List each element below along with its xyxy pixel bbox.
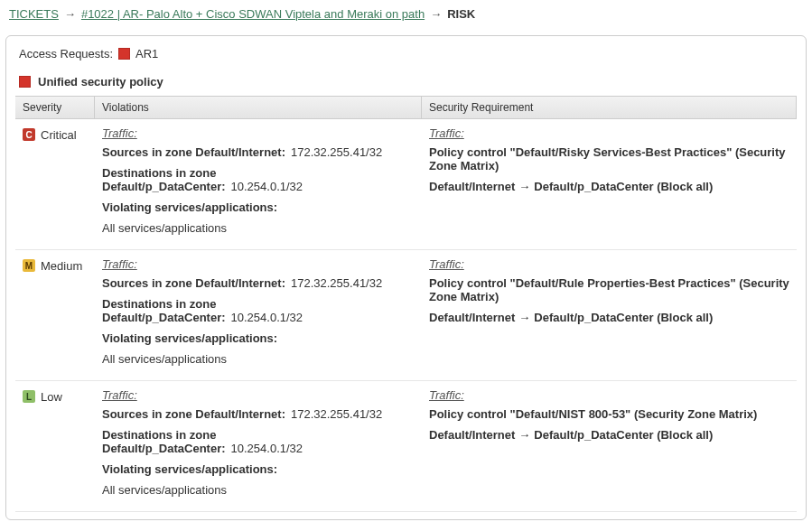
violation-services-label: Violating services/applications:	[102, 462, 415, 476]
col-requirement[interactable]: Security Requirement	[422, 97, 797, 118]
policy-control: Policy control "Default/Risky Services-B…	[429, 145, 789, 172]
violation-source: Sources in zone Default/Internet:172.32.…	[102, 407, 415, 421]
ar1-icon	[118, 48, 130, 60]
ar1-label: AR1	[135, 47, 158, 61]
traffic-label: Traffic:	[102, 388, 415, 402]
requirement-cell: Traffic:Policy control "Default/Rule Pro…	[422, 257, 797, 373]
traffic-label: Traffic:	[429, 388, 789, 402]
violations-cell: Traffic:Sources in zone Default/Internet…	[95, 388, 422, 504]
usp-title: Unified security policy	[38, 75, 163, 89]
traffic-label: Traffic:	[429, 126, 789, 140]
table-row: CCriticalTraffic:Sources in zone Default…	[15, 119, 797, 250]
severity-cell: CCritical	[15, 126, 95, 242]
violation-source: Sources in zone Default/Internet:172.32.…	[102, 145, 415, 159]
breadcrumb-ticket-link[interactable]: #1022 | AR- Palo Alto + Cisco SDWAN Vipt…	[81, 7, 425, 21]
arrow-right-icon: →	[518, 311, 530, 324]
chevron-right-icon: →	[430, 7, 442, 21]
severity-cell: MMedium	[15, 257, 95, 373]
violations-cell: Traffic:Sources in zone Default/Internet…	[95, 126, 422, 242]
access-requests-label: Access Requests:	[19, 47, 113, 61]
violations-cell: Traffic:Sources in zone Default/Internet…	[95, 257, 422, 373]
zone-path: Default/Internet→Default/p_DataCenter (B…	[429, 428, 789, 442]
table-row: MMediumTraffic:Sources in zone Default/I…	[15, 250, 797, 381]
severity-label: Medium	[41, 259, 82, 273]
requirement-cell: Traffic:Policy control "Default/NIST 800…	[422, 388, 797, 504]
violation-services-value: All services/applications	[102, 483, 415, 497]
risk-panel: Access Requests: AR1 Unified security po…	[5, 35, 807, 520]
breadcrumb: TICKETS → #1022 | AR- Palo Alto + Cisco …	[0, 0, 812, 28]
violation-services-label: Violating services/applications:	[102, 331, 415, 345]
traffic-label: Traffic:	[429, 257, 789, 271]
policy-control: Policy control "Default/Rule Properties-…	[429, 276, 789, 303]
violation-destination: Destinations in zone Default/p_DataCente…	[102, 297, 415, 324]
table-body: CCriticalTraffic:Sources in zone Default…	[15, 119, 797, 512]
table-header: Severity Violations Security Requirement	[15, 97, 797, 119]
severity-badge-icon: C	[23, 128, 35, 141]
violation-services-label: Violating services/applications:	[102, 200, 415, 214]
requirement-cell: Traffic:Policy control "Default/Risky Se…	[422, 126, 797, 242]
violation-services-value: All services/applications	[102, 352, 415, 366]
violation-source: Sources in zone Default/Internet:172.32.…	[102, 276, 415, 290]
breadcrumb-current: RISK	[447, 7, 475, 21]
zone-path: Default/Internet→Default/p_DataCenter (B…	[429, 180, 789, 193]
risk-table: Severity Violations Security Requirement…	[15, 96, 797, 512]
violation-destination: Destinations in zone Default/p_DataCente…	[102, 166, 415, 193]
access-requests-bar: Access Requests: AR1	[6, 43, 806, 70]
col-violations[interactable]: Violations	[95, 97, 422, 118]
severity-badge-icon: M	[23, 259, 35, 272]
violation-destination: Destinations in zone Default/p_DataCente…	[102, 428, 415, 455]
policy-icon	[19, 76, 31, 88]
violation-services-value: All services/applications	[102, 221, 415, 235]
severity-label: Critical	[41, 128, 77, 142]
table-row: LLowTraffic:Sources in zone Default/Inte…	[15, 381, 797, 512]
policy-control: Policy control "Default/NIST 800-53" (Se…	[429, 407, 789, 421]
breadcrumb-tickets-link[interactable]: TICKETS	[9, 7, 59, 21]
traffic-label: Traffic:	[102, 257, 415, 271]
arrow-right-icon: →	[518, 180, 530, 193]
col-severity[interactable]: Severity	[15, 97, 95, 118]
zone-path: Default/Internet→Default/p_DataCenter (B…	[429, 311, 789, 324]
chevron-right-icon: →	[64, 7, 76, 21]
usp-header: Unified security policy	[6, 70, 806, 96]
severity-badge-icon: L	[23, 390, 35, 403]
arrow-right-icon: →	[518, 428, 530, 442]
traffic-label: Traffic:	[102, 126, 415, 140]
severity-label: Low	[41, 390, 62, 404]
severity-cell: LLow	[15, 388, 95, 504]
